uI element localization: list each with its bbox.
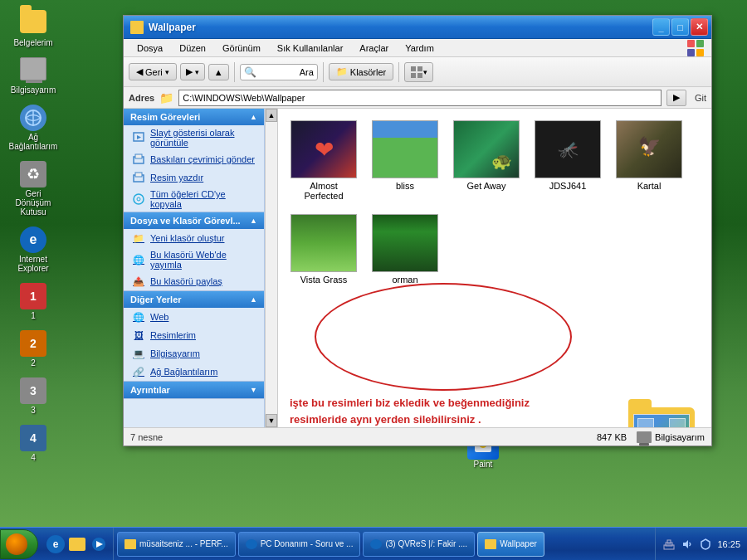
scroll-up-button[interactable]: ▲: [266, 109, 277, 122]
file-label-almost-perfected: Almost Perfected: [290, 181, 358, 201]
forward-button[interactable]: ▶ ▾: [180, 63, 205, 80]
computer-panel-icon: 💻: [132, 347, 145, 360]
taskbar-item-qvres[interactable]: (3) QVReS |/: Fakir ....: [363, 532, 475, 557]
forward-arrow-icon: ▶: [186, 66, 193, 77]
taskbar-item-pcdonanim[interactable]: PC Donanım - Soru ve ...: [238, 532, 361, 557]
address-icon: 📁: [159, 91, 173, 105]
file-item-getaway[interactable]: Get Away: [449, 117, 524, 204]
tray-icon-security[interactable]: [699, 538, 712, 551]
quick-launch-media[interactable]: [90, 535, 108, 553]
forward-dropdown-icon[interactable]: ▾: [195, 68, 199, 76]
taskbar: e müsaitseniz ... - PERF... PC Donanım -…: [0, 527, 747, 560]
panel-item-print-online[interactable]: Baskıları çevrimiçi gönder: [124, 150, 264, 168]
thumbnail-kartal: [616, 120, 682, 178]
desktop-icon-2[interactable]: 2 2: [7, 329, 60, 369]
panel-section-ayrintilar: Ayrıntılar ▼: [124, 382, 264, 399]
tray-icon-volume[interactable]: [681, 538, 694, 551]
thumbnail-bliss: [372, 120, 438, 178]
file-item-bliss[interactable]: bliss: [368, 117, 442, 204]
file-item-almost-perfected[interactable]: Almost Perfected: [286, 117, 361, 204]
svg-rect-6: [696, 40, 704, 47]
quick-launch-ie[interactable]: e: [46, 535, 65, 553]
system-time: 16:25: [717, 539, 740, 549]
panel-item-resimlerim[interactable]: 🖼 Resimlerim: [124, 326, 264, 344]
panel-header-resim[interactable]: Resim Görevleri ▲: [124, 109, 264, 125]
file-item-kartal[interactable]: Kartal: [612, 117, 686, 204]
panel-item-copy-cd[interactable]: Tüm öğeleri CD'ye kopyala: [124, 187, 264, 212]
address-input[interactable]: [178, 90, 662, 106]
thumbnail-vistagrass: [290, 214, 357, 272]
menu-yardim[interactable]: Yardım: [398, 41, 441, 55]
taskbar-item-musaitseniz[interactable]: müsaitseniz ... - PERF...: [117, 532, 236, 557]
desktop-icon-3[interactable]: 3 3: [7, 376, 60, 416]
menu-duzen[interactable]: Düzen: [173, 41, 212, 55]
menu-gorunum[interactable]: Görünüm: [216, 41, 267, 55]
panel-item-slideshow[interactable]: Slayt gösterisi olarak görüntüle: [124, 125, 264, 150]
desktop-icon-4[interactable]: 4 4: [7, 423, 60, 464]
status-size: 847 KB: [597, 432, 627, 442]
left-panel-scrollbar[interactable]: ▲ ▼: [265, 109, 278, 427]
system-tray: 16:25: [655, 528, 747, 560]
search-area[interactable]: 🔍 Ara: [240, 64, 318, 80]
panel-header-dosya[interactable]: Dosya ve Klasör Görevl... ▲: [124, 212, 264, 229]
menu-dosya[interactable]: Dosya: [130, 41, 169, 55]
desktop-icon-recycle[interactable]: ♻ Geri Dönüşüm Kutusu: [7, 159, 60, 218]
svg-rect-12: [417, 73, 422, 78]
maximize-button[interactable]: □: [671, 18, 689, 36]
close-button[interactable]: ✕: [691, 18, 708, 36]
desktop-icon-ag[interactable]: Ağ Bağlantılarım: [7, 103, 60, 153]
desktop-icon-1[interactable]: 1 1: [7, 281, 60, 322]
panel-section-dosya: Dosya ve Klasör Görevl... ▲ 📁 Yeni klasö…: [124, 212, 264, 291]
windows-logo-icon: [686, 39, 705, 57]
panel-item-share[interactable]: 📤 Bu klasörü paylaş: [124, 272, 264, 290]
views-icon: [410, 66, 423, 79]
address-label: Adres: [129, 93, 154, 103]
file-item-jdsj641[interactable]: JDSJ641: [530, 117, 605, 204]
desktop: Belgelerim Bilgisayarım Ağ Bağlantılarım…: [0, 0, 747, 560]
search-input[interactable]: [256, 67, 298, 77]
file-item-vistagrass[interactable]: Vista Grass: [286, 211, 361, 288]
folders-button[interactable]: 📁 Klasörler: [329, 63, 393, 80]
panel-header-ayrintilar[interactable]: Ayrıntılar ▼: [124, 382, 264, 398]
title-buttons: _ □ ✕: [652, 18, 708, 36]
panel-item-network[interactable]: 🔗 Ağ Bağlantılarım: [124, 363, 264, 381]
desktop-icon-ie[interactable]: e Internet Explorer: [7, 225, 60, 275]
panel-item-web[interactable]: 🌐 Web: [124, 308, 264, 326]
quick-launch: e: [42, 528, 114, 560]
collapse-ayrintilar-icon: ▼: [250, 386, 257, 394]
scroll-down-button[interactable]: ▼: [266, 414, 277, 427]
desktop-icon-belgelerim[interactable]: Belgelerim: [7, 8, 60, 49]
address-bar: Adres 📁 ▶ Git: [124, 87, 711, 109]
file-label-orman: orman: [392, 275, 417, 285]
cd-icon: [132, 192, 145, 206]
views-button[interactable]: ▾: [404, 62, 433, 82]
desktop-icon-bilgisayarim[interactable]: Bilgisayarım: [7, 56, 60, 96]
views-dropdown-icon[interactable]: ▾: [423, 68, 427, 76]
panel-item-publish[interactable]: 🌐 Bu klasörü Web'de yayımla: [124, 247, 264, 272]
start-button[interactable]: [0, 529, 38, 559]
taskbar-item-icon-qvres: [370, 539, 382, 549]
menu-araclar[interactable]: Araçlar: [353, 41, 395, 55]
quick-launch-explorer[interactable]: [68, 535, 86, 553]
address-info-label: Git: [695, 93, 706, 103]
back-dropdown-icon[interactable]: ▾: [165, 68, 169, 76]
tray-icon-network[interactable]: [662, 538, 676, 551]
back-button[interactable]: ◀ Geri ▾: [129, 63, 177, 80]
taskbar-item-wallpaper[interactable]: Wallpaper: [477, 532, 544, 557]
desktop-icon-list: Belgelerim Bilgisayarım Ağ Bağlantılarım…: [7, 8, 60, 464]
status-computer: Bilgisayarım: [637, 431, 705, 443]
file-label-vistagrass: Vista Grass: [300, 275, 348, 285]
address-arrow-icon: ▶: [673, 92, 680, 103]
panel-item-new-folder[interactable]: 📁 Yeni klasör oluştur: [124, 229, 264, 247]
menu-sik[interactable]: Sık Kullanılanlar: [271, 41, 350, 55]
address-go-button[interactable]: ▶: [666, 90, 686, 106]
panel-item-print[interactable]: Resim yazdır: [124, 168, 264, 187]
panel-header-diger[interactable]: Diğer Yerler ▲: [124, 291, 264, 308]
svg-rect-7: [687, 49, 695, 56]
file-item-orman[interactable]: orman: [368, 211, 442, 288]
file-label-jdsj641: JDSJ641: [549, 181, 587, 191]
oval-annotation: [315, 283, 572, 391]
panel-item-computer[interactable]: 💻 Bilgisayarım: [124, 344, 264, 363]
minimize-button[interactable]: _: [652, 18, 670, 36]
up-button[interactable]: ▲: [208, 64, 229, 80]
